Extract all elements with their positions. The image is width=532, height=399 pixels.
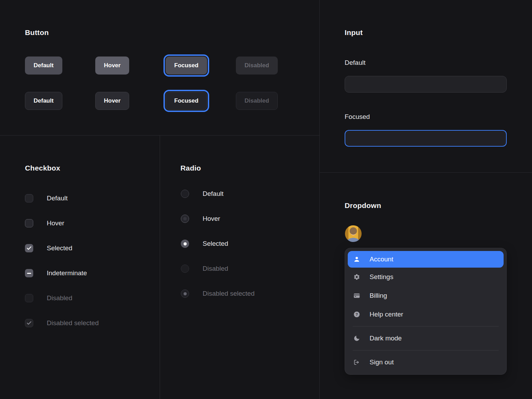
user-icon: [353, 256, 360, 263]
button-default[interactable]: Default: [25, 57, 62, 75]
text-input-focused[interactable]: [345, 130, 507, 147]
component-showcase: Button Default Hover Focused Disabled De…: [0, 0, 532, 399]
checkbox-row-hover[interactable]: Hover: [25, 219, 64, 227]
input-label-focused: Focused: [345, 113, 370, 121]
sign-out-icon: [353, 359, 360, 366]
checkbox-row-indeterminate[interactable]: Indeterminate: [25, 269, 87, 277]
checkbox-section-title: Checkbox: [25, 164, 60, 172]
menu-item-label: Dark mode: [370, 335, 402, 342]
menu-item-label: Settings: [370, 273, 393, 281]
dropdown-section-title: Dropdown: [345, 201, 381, 210]
radio-label: Default: [203, 190, 223, 198]
checkbox-label: Disabled: [47, 294, 72, 302]
button-ghost-default[interactable]: Default: [25, 92, 62, 110]
menu-item-label: Billing: [370, 292, 387, 300]
menu-item-sign-out[interactable]: Sign out: [348, 353, 504, 372]
input-label-default: Default: [345, 59, 365, 67]
checkbox-label: Indeterminate: [47, 269, 87, 277]
checkbox-hover[interactable]: [25, 219, 33, 227]
button-focused[interactable]: Focused: [166, 57, 207, 75]
button-disabled[interactable]: Disabled: [236, 57, 278, 75]
radio-label: Disabled selected: [203, 289, 255, 298]
menu-divider: [353, 350, 499, 350]
moon-icon: [353, 335, 360, 342]
help-icon: ?: [353, 311, 360, 318]
menu-item-account[interactable]: Account: [348, 251, 504, 268]
checkbox-indeterminate[interactable]: [25, 269, 33, 277]
menu-item-label: Help center: [370, 311, 403, 318]
gear-icon: [353, 274, 360, 280]
checkbox-disabled-selected[interactable]: [25, 319, 33, 327]
radio-hover[interactable]: [181, 215, 189, 223]
radio-label: Hover: [203, 215, 220, 223]
radio-row-hover[interactable]: Hover: [181, 215, 220, 223]
radio-row-disabled[interactable]: Disabled: [181, 264, 228, 273]
check-icon: [26, 245, 32, 251]
menu-item-dark-mode[interactable]: Dark mode: [348, 329, 504, 348]
radio-label: Disabled: [203, 264, 228, 273]
button-row-ghost: Default Hover Focused Disabled: [25, 92, 288, 110]
radio-row-disabled-selected[interactable]: Disabled selected: [181, 289, 255, 298]
checkbox-default[interactable]: [25, 194, 33, 202]
radio-default[interactable]: [181, 190, 189, 198]
button-ghost-disabled[interactable]: Disabled: [236, 92, 278, 110]
radio-row-default[interactable]: Default: [181, 190, 223, 198]
menu-item-label: Sign out: [370, 358, 394, 366]
radio-row-selected[interactable]: Selected: [181, 240, 228, 248]
input-section-title: Input: [345, 28, 363, 37]
checkbox-label: Hover: [47, 219, 64, 227]
checkbox-row-disabled-selected[interactable]: Disabled selected: [25, 319, 99, 327]
menu-item-help-center[interactable]: ? Help center: [348, 305, 504, 324]
button-hover[interactable]: Hover: [95, 57, 129, 75]
radio-disabled[interactable]: [181, 264, 189, 273]
credit-card-icon: [353, 292, 360, 299]
checkbox-row-selected[interactable]: Selected: [25, 244, 72, 252]
menu-item-settings[interactable]: Settings: [348, 268, 504, 286]
horizontal-divider-right: [319, 172, 532, 173]
vertical-divider-checkbox-radio: [160, 135, 160, 399]
button-ghost-hover[interactable]: Hover: [95, 92, 129, 110]
avatar[interactable]: [345, 225, 362, 242]
text-input-default[interactable]: [345, 76, 507, 93]
dropdown-menu: Account Settings Billing ? Help center: [345, 248, 507, 375]
menu-item-billing[interactable]: Billing: [348, 286, 504, 305]
radio-label: Selected: [203, 240, 228, 248]
button-row-solid: Default Hover Focused Disabled: [25, 57, 288, 75]
svg-text:?: ?: [356, 312, 358, 316]
checkbox-row-default[interactable]: Default: [25, 194, 68, 202]
menu-item-label: Account: [370, 255, 393, 263]
radio-disabled-selected[interactable]: [181, 289, 189, 298]
button-ghost-focused[interactable]: Focused: [166, 92, 207, 110]
radio-section-title: Radio: [180, 164, 201, 172]
checkbox-label: Disabled selected: [47, 319, 99, 327]
check-icon: [26, 320, 32, 326]
radio-selected[interactable]: [181, 240, 189, 248]
checkbox-selected[interactable]: [25, 244, 33, 252]
menu-divider: [353, 326, 499, 327]
button-section-title: Button: [25, 28, 49, 37]
vertical-divider-main: [319, 0, 320, 399]
checkbox-label: Selected: [47, 244, 72, 252]
checkbox-disabled[interactable]: [25, 294, 33, 302]
checkbox-row-disabled[interactable]: Disabled: [25, 294, 72, 302]
checkbox-label: Default: [47, 194, 68, 202]
